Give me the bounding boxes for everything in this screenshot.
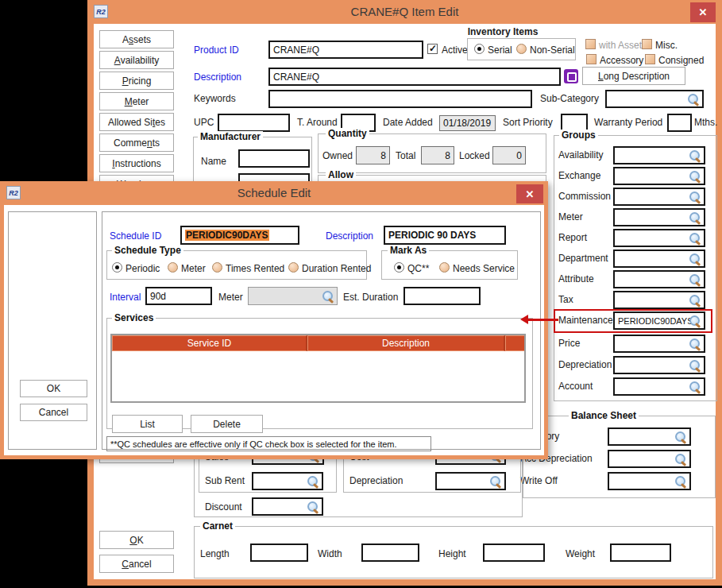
width-label: Width bbox=[318, 548, 342, 559]
non-serial-radio[interactable] bbox=[516, 44, 527, 54]
est-duration-field[interactable] bbox=[403, 287, 481, 305]
inventory-field[interactable] bbox=[608, 427, 691, 446]
width-field[interactable] bbox=[361, 544, 419, 562]
group-exchange-label: Exchange bbox=[558, 170, 600, 181]
search-icon[interactable] bbox=[689, 232, 701, 245]
search-icon[interactable] bbox=[674, 475, 687, 488]
delete-button[interactable]: Delete bbox=[191, 415, 263, 433]
qc-radio[interactable] bbox=[394, 262, 404, 273]
search-icon[interactable] bbox=[689, 211, 701, 224]
times-rented-radio[interactable] bbox=[212, 262, 222, 273]
schedule-description-field[interactable]: PERIODIC 90 DAYS bbox=[384, 226, 506, 245]
schedule-cancel-button[interactable]: Cancel bbox=[20, 404, 87, 421]
search-icon[interactable] bbox=[674, 431, 687, 443]
schedule-ok-button[interactable]: OK bbox=[20, 380, 87, 397]
periodic-radio[interactable] bbox=[112, 262, 122, 273]
search-icon[interactable] bbox=[307, 475, 319, 488]
maintenance-highlight-box bbox=[554, 309, 712, 333]
weight-field[interactable] bbox=[610, 544, 671, 562]
accessory-checkbox[interactable] bbox=[586, 54, 597, 64]
sub-rent-label: Sub Rent bbox=[205, 475, 245, 486]
close-icon[interactable]: ✕ bbox=[516, 184, 543, 203]
sub-rent-field[interactable] bbox=[252, 472, 323, 490]
warranty-period-label: Warranty Period bbox=[594, 117, 662, 128]
search-icon[interactable] bbox=[687, 93, 700, 106]
group-department-field[interactable] bbox=[613, 250, 705, 268]
discount-field[interactable] bbox=[252, 497, 323, 516]
product-id-field[interactable]: CRANE#Q bbox=[268, 41, 423, 59]
group-tax-label: Tax bbox=[558, 294, 573, 305]
height-field[interactable] bbox=[483, 544, 545, 562]
meter-radio[interactable] bbox=[168, 262, 178, 273]
group-report-field[interactable] bbox=[613, 229, 705, 247]
manufacturer-name-field[interactable] bbox=[238, 149, 310, 168]
close-icon[interactable]: ✕ bbox=[690, 2, 716, 22]
group-price-field[interactable] bbox=[613, 335, 705, 353]
write-off-field[interactable] bbox=[608, 472, 691, 490]
sort-priority-label: Sort Priority bbox=[503, 117, 553, 128]
duration-rented-radio[interactable] bbox=[288, 262, 299, 273]
sidebar-availability-button[interactable]: Availability bbox=[99, 51, 174, 69]
group-account-field[interactable] bbox=[613, 377, 705, 396]
misc-label: Misc. bbox=[655, 40, 678, 51]
long-description-button[interactable]: Long Description bbox=[582, 67, 685, 85]
sidebar-meter-button[interactable]: Meter bbox=[99, 92, 174, 110]
qc-label: QC** bbox=[407, 263, 429, 274]
meter-option-label: Meter bbox=[181, 263, 206, 274]
arrow-line bbox=[527, 319, 558, 321]
search-icon[interactable] bbox=[689, 381, 701, 393]
sidebar-comments-button[interactable]: Comments bbox=[99, 133, 174, 152]
group-depreciation-field[interactable] bbox=[613, 356, 705, 374]
est-duration-label: Est. Duration bbox=[343, 292, 398, 303]
sidebar-allowed-sites-button[interactable]: Allowed Sites bbox=[99, 113, 174, 131]
search-icon[interactable] bbox=[689, 191, 701, 203]
item-edit-ok-button[interactable]: OK bbox=[99, 531, 174, 549]
sidebar-assets-button[interactable]: Assets bbox=[99, 30, 174, 48]
upc-field[interactable] bbox=[218, 114, 290, 132]
sidebar-pricing-button[interactable]: Pricing bbox=[99, 72, 174, 90]
group-attribute-field[interactable] bbox=[613, 270, 705, 288]
search-icon[interactable] bbox=[689, 170, 701, 183]
accessory-label: Accessory bbox=[600, 55, 643, 66]
with-assets-checkbox[interactable] bbox=[585, 39, 596, 49]
group-exchange-field[interactable] bbox=[613, 167, 705, 185]
acc-depreciation-field[interactable] bbox=[608, 450, 691, 468]
length-field[interactable] bbox=[250, 544, 308, 562]
search-icon[interactable] bbox=[322, 290, 334, 303]
search-icon[interactable] bbox=[689, 253, 701, 265]
search-icon[interactable] bbox=[689, 359, 701, 372]
list-button[interactable]: List bbox=[112, 415, 183, 433]
depreciation-price-field[interactable] bbox=[435, 472, 506, 490]
group-commission-field[interactable] bbox=[613, 188, 705, 206]
item-edit-cancel-button[interactable]: Cancel bbox=[99, 555, 174, 573]
keywords-field[interactable] bbox=[268, 90, 532, 108]
schedule-edit-dialog: R2 Schedule Edit ✕ OK Cancel Schedule ID… bbox=[0, 181, 548, 459]
date-added-label: Date Added bbox=[383, 117, 433, 128]
schedule-edit-titlebar: R2 Schedule Edit ✕ bbox=[0, 181, 548, 205]
interval-field[interactable]: 90d bbox=[145, 287, 212, 305]
meter-field-label: Meter bbox=[218, 292, 243, 303]
group-availability-field[interactable] bbox=[613, 146, 705, 164]
serial-radio[interactable] bbox=[474, 44, 485, 54]
misc-checkbox[interactable] bbox=[642, 39, 652, 49]
needs-service-radio[interactable] bbox=[439, 262, 450, 273]
annotation-arrow bbox=[520, 315, 558, 325]
search-icon[interactable] bbox=[689, 294, 701, 307]
active-checkbox[interactable] bbox=[427, 44, 438, 54]
warranty-period-field[interactable] bbox=[667, 114, 692, 132]
search-icon[interactable] bbox=[689, 273, 701, 286]
search-icon[interactable] bbox=[307, 501, 319, 513]
group-meter-field[interactable] bbox=[613, 208, 705, 226]
search-icon[interactable] bbox=[689, 338, 701, 350]
description-field[interactable]: CRANE#Q bbox=[268, 68, 561, 86]
group-tax-field[interactable] bbox=[613, 291, 705, 309]
services-table[interactable]: Service ID Description bbox=[110, 334, 526, 403]
sidebar-instructions-button[interactable]: Instructions bbox=[99, 154, 174, 172]
sub-category-field[interactable] bbox=[605, 90, 704, 108]
schedule-id-field[interactable]: PERIODIC90DAYS bbox=[180, 226, 299, 245]
search-icon[interactable] bbox=[674, 453, 687, 466]
search-icon[interactable] bbox=[689, 149, 701, 162]
rich-text-icon[interactable] bbox=[564, 69, 578, 83]
consigned-checkbox[interactable] bbox=[645, 54, 655, 64]
search-icon[interactable] bbox=[489, 475, 502, 488]
